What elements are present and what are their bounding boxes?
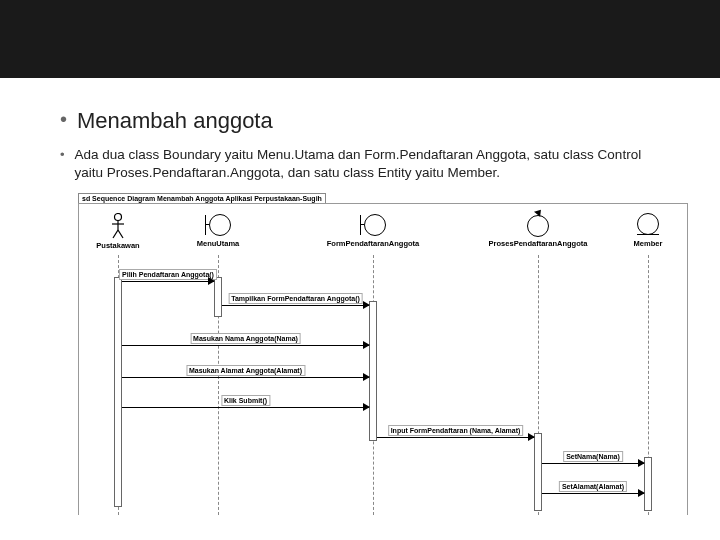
slide-title: Menambah anggota <box>77 108 273 134</box>
participant-entity: Member <box>618 213 678 248</box>
slide-content: • Menambah anggota • Ada dua class Bound… <box>0 78 720 182</box>
bullet-icon: • <box>60 146 65 164</box>
bullet-icon: • <box>60 108 67 130</box>
message: Tampilkan FormPendaftaran Anggota() <box>222 293 369 307</box>
message: SetNama(Nama) <box>542 451 644 465</box>
message: Klik Submit() <box>122 395 369 409</box>
header-bar <box>0 0 720 78</box>
message: Input FormPendaftaran (Nama, Alamat) <box>377 425 534 439</box>
participant-label: ProsesPendaftaranAnggota <box>483 239 593 248</box>
message-label: Klik Submit() <box>221 395 270 406</box>
message: Masukan Nama Anggota(Nama) <box>122 333 369 347</box>
message-label: Pilih Pendaftaran Anggota() <box>119 269 217 280</box>
activation-bar <box>644 457 652 511</box>
participant-boundary1: MenuUtama <box>183 213 253 248</box>
control-icon <box>525 213 551 237</box>
message-label: SetNama(Nama) <box>563 451 623 462</box>
participant-label: FormPendaftaranAnggota <box>323 239 423 248</box>
sequence-diagram: sd Sequence Diagram Menambah Anggota Apl… <box>78 195 688 515</box>
participant-label: Pustakawan <box>88 241 148 250</box>
message-label: SetAlamat(Alamat) <box>559 481 627 492</box>
actor-icon <box>88 213 148 239</box>
participant-control: ProsesPendaftaranAnggota <box>483 213 593 248</box>
message-label: Masukan Alamat Anggota(Alamat) <box>186 365 305 376</box>
participant-label: MenuUtama <box>183 239 253 248</box>
diagram-frame-border <box>78 203 688 515</box>
participant-boundary2: FormPendaftaranAnggota <box>323 213 423 248</box>
svg-line-3 <box>113 230 118 238</box>
entity-icon <box>635 213 661 237</box>
activation-bar <box>214 277 222 317</box>
message: Pilih Pendaftaran Anggota() <box>122 269 214 283</box>
message-label: Input FormPendaftaran (Nama, Alamat) <box>388 425 524 436</box>
participant-actor: Pustakawan <box>88 213 148 250</box>
activation-bar <box>114 277 122 507</box>
slide-description: Ada dua class Boundary yaitu Menu.Utama … <box>75 146 670 182</box>
svg-point-0 <box>115 214 122 221</box>
svg-line-4 <box>118 230 123 238</box>
message: SetAlamat(Alamat) <box>542 481 644 495</box>
activation-bar <box>369 301 377 441</box>
boundary-icon <box>205 213 231 237</box>
message-label: Masukan Nama Anggota(Nama) <box>190 333 301 344</box>
activation-bar <box>534 433 542 511</box>
message: Masukan Alamat Anggota(Alamat) <box>122 365 369 379</box>
message-label: Tampilkan FormPendaftaran Anggota() <box>228 293 363 304</box>
participant-label: Member <box>618 239 678 248</box>
boundary-icon <box>360 213 386 237</box>
